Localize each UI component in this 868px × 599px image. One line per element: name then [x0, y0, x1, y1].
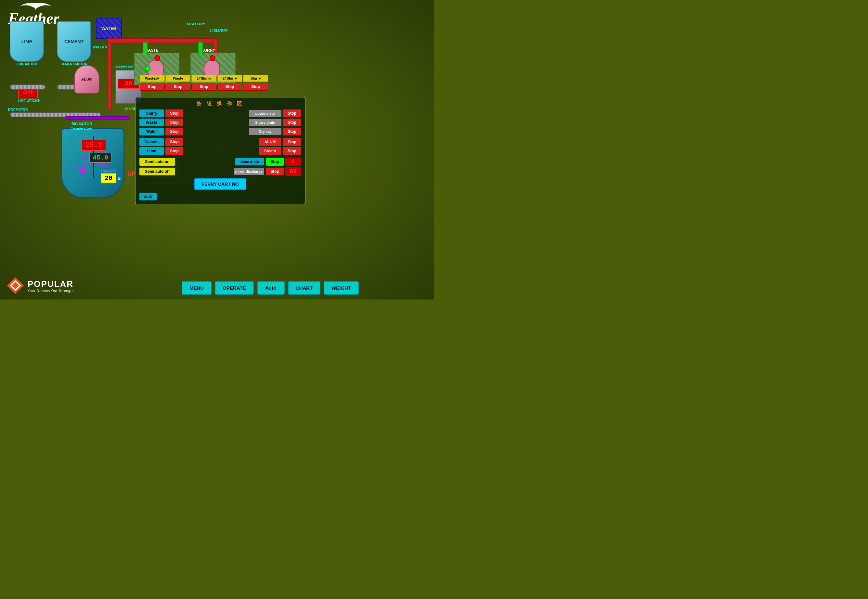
- temp-value: 25.1: [85, 141, 102, 149]
- green-pipe-waste: [143, 42, 148, 55]
- status-header-2[interactable]: 1#Slurry: [191, 75, 216, 82]
- status-header-0[interactable]: Waste#F: [140, 75, 165, 82]
- control-panel-title: 按 钮 操 作 区: [139, 101, 301, 107]
- slurry-say-value: 38: [125, 80, 132, 87]
- status-header-1[interactable]: Waste: [166, 75, 191, 82]
- operate-btn[interactable]: OPERATE: [215, 281, 253, 295]
- dry-motor-label: DRY MOTOR: [8, 108, 28, 111]
- svg-line-3: [78, 162, 93, 168]
- slurry1-label: 1#SLURRY: [187, 22, 205, 26]
- slurry-btn[interactable]: Slurry: [139, 110, 164, 117]
- water-stop-btn[interactable]: Stop: [166, 128, 183, 135]
- popular-tagline: Your Dreams Our Strength: [28, 289, 74, 293]
- steam-ctrl-btn[interactable]: Steam: [259, 147, 282, 155]
- status-btn-3[interactable]: Stop: [217, 83, 243, 90]
- green-pipe-slurry: [198, 42, 203, 55]
- svg-line-4: [93, 162, 109, 168]
- semi-auto-on-btn[interactable]: Semi auto on: [139, 158, 175, 166]
- dry-say-stop-btn[interactable]: Stop: [283, 128, 301, 135]
- status-section: Waste#F Waste 1#Slurry 2#Slurry Slurry S…: [140, 75, 268, 90]
- weight-btn[interactable]: WEIGHT: [324, 281, 359, 295]
- cement-ctrl-btn[interactable]: Cement: [139, 138, 164, 146]
- main-v-pipe: [107, 38, 112, 110]
- status-header-4[interactable]: Slurry: [243, 75, 268, 82]
- valve-waste: [154, 55, 160, 61]
- alum-label: ALUM: [81, 77, 93, 81]
- lime-motor-label: LIME MOTOR: [10, 62, 44, 66]
- input-time-value: 20: [105, 175, 112, 182]
- setpoint-value: 45.0: [93, 154, 108, 161]
- mixer-tank: [61, 128, 125, 198]
- cement-tank-label: CEMENT: [64, 39, 83, 44]
- status-btn-4[interactable]: Stop: [243, 83, 268, 90]
- popular-diamond-logo: [6, 277, 24, 295]
- input-time-area: Input time 20 S: [101, 169, 121, 183]
- bottom-nav: MENU OPERATE Auto CHART WEIGHT: [182, 281, 359, 295]
- steam-stop-btn[interactable]: Stop: [283, 147, 301, 155]
- popular-name: POPULAR: [28, 279, 74, 289]
- lime-weight-label: LIME WEIGHT: [18, 99, 40, 103]
- alum-stop-btn[interactable]: Stop: [283, 138, 301, 146]
- svg-marker-5: [80, 170, 86, 175]
- slurry-drain-btn[interactable]: Slurry drain: [249, 119, 282, 126]
- main-control-panel: 按 钮 操 作 区 Slurry Stop pouring stir Stop …: [135, 97, 306, 204]
- auto-nav-btn[interactable]: Auto: [257, 281, 285, 295]
- cement-tank: CEMENT CEMENT MOTOR: [57, 21, 91, 66]
- alum-drain-btn[interactable]: Alum drain: [235, 158, 264, 166]
- ferry-cart-btn[interactable]: FERRY CART NO: [194, 178, 246, 190]
- semi-auto-off-btn[interactable]: Semi auto off: [139, 168, 175, 175]
- cement-stop-btn[interactable]: Stop: [166, 138, 183, 146]
- alum-drain-value: 0: [285, 158, 301, 166]
- valve-green-waste: [145, 66, 151, 71]
- waste-btn[interactable]: Waste: [139, 119, 164, 126]
- slurry-say-label: SLURRY SAY: [115, 65, 134, 68]
- lime-tank-label: LIME: [21, 39, 32, 44]
- water-btn[interactable]: Water: [139, 128, 164, 135]
- water-v-label: WATER V: [93, 45, 107, 49]
- mixer-discharge-value: 86: [285, 167, 301, 176]
- valve-slurry: [209, 55, 215, 61]
- status-btn-0[interactable]: Stop: [140, 83, 165, 90]
- lime-conveyor: [10, 84, 45, 90]
- pouring-stir-btn[interactable]: pouring stir: [249, 110, 282, 117]
- lime-ctrl-btn[interactable]: Lime: [139, 147, 164, 155]
- slurry2-label: 2#SLURRY: [209, 29, 228, 33]
- up-label: UP: [127, 170, 136, 178]
- input-time-label: Input time: [101, 169, 121, 173]
- s-label: S: [118, 176, 121, 181]
- alum-ctrl-btn[interactable]: ALUM: [259, 138, 282, 146]
- status-header-3[interactable]: 2#Slurry: [217, 75, 243, 82]
- status-btn-2[interactable]: Stop: [191, 83, 216, 90]
- status-btn-1[interactable]: Stop: [166, 83, 191, 90]
- mixer-discharge-stop-btn[interactable]: Stop: [266, 168, 284, 175]
- dry-say-btn[interactable]: Dry say: [249, 128, 282, 135]
- lime-tank: LIME LIME MOTOR: [10, 21, 44, 66]
- menu-btn[interactable]: MENU: [182, 281, 212, 295]
- water-label: WATER: [101, 26, 116, 31]
- pouring-stir-stop-btn[interactable]: Stop: [283, 110, 301, 117]
- water-box: WATER: [96, 18, 122, 39]
- temperature-label: Temperature: [71, 126, 92, 130]
- temperature-display: 25.1: [81, 140, 106, 151]
- mixer-discharge-btn[interactable]: mixer discharge: [234, 168, 264, 175]
- big-motor-label: BIG MOTOR: [71, 122, 92, 126]
- popular-text-area: POPULAR Your Dreams Our Strength: [28, 279, 74, 293]
- alum-drain-stop-btn[interactable]: Stop: [266, 158, 284, 166]
- lime-stop-btn[interactable]: Stop: [166, 147, 183, 155]
- purple-pipe: [65, 116, 130, 120]
- waste-stop-btn[interactable]: Stop: [166, 119, 183, 126]
- slurry-stop-btn[interactable]: Stop: [166, 110, 183, 117]
- auto-btn[interactable]: auto: [139, 193, 157, 200]
- alum-container: ALUM: [74, 65, 99, 93]
- setpoint-area: ➤ 45.0: [82, 153, 112, 163]
- popular-logo: POPULAR Your Dreams Our Strength: [6, 277, 74, 295]
- chart-btn[interactable]: CHART: [288, 281, 321, 295]
- slurry-drain-stop-btn[interactable]: Stop: [283, 119, 301, 126]
